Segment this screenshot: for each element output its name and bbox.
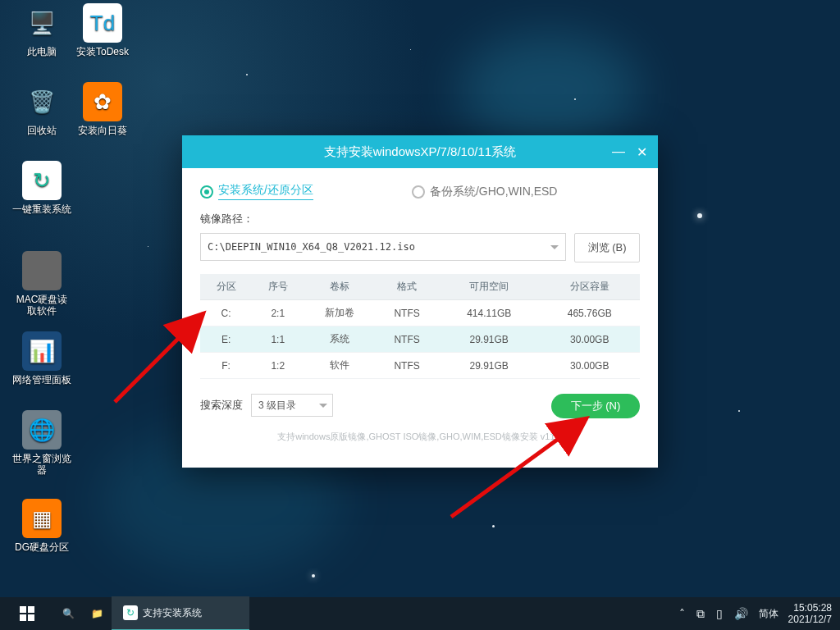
search-depth-label: 搜索深度: [200, 398, 243, 413]
column-header[interactable]: 序号: [252, 274, 304, 300]
table-row[interactable]: E:1:1系统NTFS29.91GB30.00GB: [200, 326, 640, 353]
minimize-button[interactable]: —: [607, 140, 630, 163]
installer-window: 支持安装windowsXP/7/8/10/11系统 — ✕ 安装系统/还原分区 …: [182, 135, 658, 468]
svg-rect-2: [20, 606, 26, 613]
chevron-down-icon: [550, 245, 559, 253]
svg-rect-3: [28, 606, 34, 613]
footer-text: 支持windows原版镜像,GHOST ISO镜像,GHO,WIM,ESD镜像安…: [182, 431, 658, 443]
desktop-icon[interactable]: 🌐世界之窗浏览器: [11, 410, 72, 476]
installer-icon: ↻: [123, 605, 138, 620]
radio-install[interactable]: [200, 185, 213, 199]
radio-backup[interactable]: [412, 185, 425, 199]
taskbar-clock[interactable]: 15:05:28 2021/12/7: [783, 602, 840, 625]
search-button[interactable]: 🔍: [54, 597, 83, 630]
table-row[interactable]: C:2:1新加卷NTFS414.11GB465.76GB: [200, 300, 640, 326]
desktop-icon[interactable]: 🖥️此电脑: [11, 3, 72, 57]
column-header[interactable]: 可用空间: [439, 274, 540, 300]
image-path-dropdown[interactable]: C:\DEEPIN_WIN10_X64_Q8_V2021.12.iso: [200, 233, 566, 261]
chevron-down-icon: [319, 404, 327, 412]
column-header[interactable]: 卷标: [304, 274, 375, 300]
ime-indicator[interactable]: 简体: [754, 607, 783, 621]
desktop-icon[interactable]: 📊网络管理面板: [11, 331, 72, 386]
browse-button[interactable]: 浏览 (B): [574, 233, 640, 262]
tab-backup[interactable]: 备份系统/GHO,WIN,ESD: [430, 185, 558, 199]
desktop-icon[interactable]: ▦DG硬盘分区: [11, 499, 72, 553]
desktop-icon[interactable]: 🗑️回收站: [11, 82, 72, 136]
tray-up-icon[interactable]: ˄: [673, 607, 691, 620]
taskbar-task-installer[interactable]: ↻ 支持安装系统: [112, 596, 249, 630]
taskbar: 🔍 📁 ↻ 支持安装系统 ˄ ⧉ ▯ 🔊 简体 15:05:28 2021/12…: [0, 597, 840, 630]
close-button[interactable]: ✕: [630, 140, 653, 163]
table-row[interactable]: F:1:2软件NTFS29.91GB30.00GB: [200, 353, 640, 379]
svg-rect-5: [28, 614, 34, 621]
next-button[interactable]: 下一步 (N): [551, 394, 640, 418]
file-explorer-button[interactable]: 📁: [83, 597, 112, 630]
start-button[interactable]: [0, 597, 54, 630]
windows-icon: [20, 606, 34, 621]
desktop: 🖥️此电脑Td安装ToDesk🗑️回收站✿安装向日葵↻一键重装系统MAC硬盘读取…: [0, 0, 840, 630]
column-header[interactable]: 分区: [200, 274, 252, 300]
column-header[interactable]: 格式: [375, 274, 439, 300]
volume-icon[interactable]: 🔊: [728, 607, 754, 620]
svg-rect-4: [20, 614, 26, 621]
column-header[interactable]: 分区容量: [539, 274, 640, 300]
window-titlebar: 支持安装windowsXP/7/8/10/11系统 — ✕: [182, 135, 658, 168]
desktop-icon[interactable]: MAC硬盘读取软件: [11, 251, 72, 317]
window-title: 支持安装windowsXP/7/8/10/11系统: [324, 144, 516, 160]
image-path-value: C:\DEEPIN_WIN10_X64_Q8_V2021.12.iso: [208, 241, 415, 253]
partition-table: 分区序号卷标格式可用空间分区容量 C:2:1新加卷NTFS414.11GB465…: [200, 274, 640, 379]
desktop-icon[interactable]: ↻一键重装系统: [11, 161, 72, 215]
battery-icon[interactable]: ▯: [710, 607, 728, 620]
network-icon[interactable]: ⧉: [691, 607, 710, 621]
tab-install[interactable]: 安装系统/还原分区: [218, 183, 313, 200]
search-depth-select[interactable]: 3 级目录: [251, 394, 333, 417]
path-label: 镜像路径：: [200, 212, 640, 226]
desktop-icon[interactable]: ✿安装向日葵: [72, 82, 133, 136]
desktop-icon[interactable]: Td安装ToDesk: [72, 3, 133, 57]
